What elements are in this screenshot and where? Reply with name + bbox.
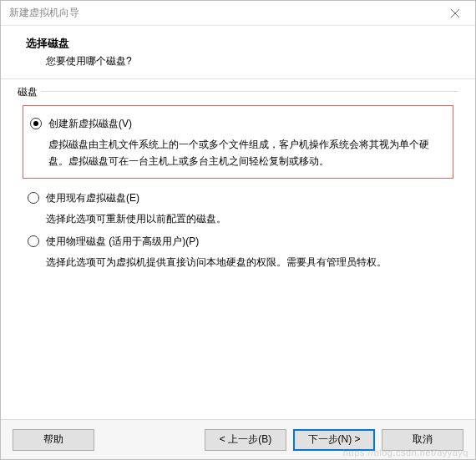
window-title: 新建虚拟机向导 xyxy=(9,6,438,20)
groupbox-legend: 磁盘 xyxy=(18,85,41,99)
option-body: 创建新虚拟磁盘(V) 虚拟磁盘由主机文件系统上的一个或多个文件组成，客户机操作系… xyxy=(48,116,446,169)
option-create-new-disk[interactable]: 创建新虚拟磁盘(V) 虚拟磁盘由主机文件系统上的一个或多个文件组成，客户机操作系… xyxy=(23,105,453,179)
page-title: 选择磁盘 xyxy=(26,36,458,51)
radio-use-physical-disk[interactable] xyxy=(28,235,39,247)
wizard-content: 磁盘 创建新虚拟磁盘(V) 虚拟磁盘由主机文件系统上的一个或多个文件组成，客户机… xyxy=(1,79,475,419)
page-subtitle: 您要使用哪个磁盘? xyxy=(46,54,458,68)
option-desc: 选择此选项可为虚拟机提供直接访问本地硬盘的权限。需要具有管理员特权。 xyxy=(46,254,448,270)
option-body: 使用物理磁盘 (适用于高级用户)(P) 选择此选项可为虚拟机提供直接访问本地硬盘… xyxy=(46,234,448,270)
titlebar: 新建虚拟机向导 xyxy=(1,1,475,26)
option-desc: 虚拟磁盘由主机文件系统上的一个或多个文件组成，客户机操作系统会将其视为单个硬盘。… xyxy=(48,136,446,169)
option-label: 创建新虚拟磁盘(V) xyxy=(48,116,446,131)
option-label: 使用物理磁盘 (适用于高级用户)(P) xyxy=(46,234,448,249)
radio-create-new-disk[interactable] xyxy=(30,118,42,129)
button-bar: 帮助 < 上一步(B) 下一步(N) > 取消 xyxy=(1,419,475,459)
option-use-existing-disk[interactable]: 使用现有虚拟磁盘(E) 选择此选项可重新使用以前配置的磁盘。 xyxy=(23,187,453,229)
radio-use-existing-disk[interactable] xyxy=(28,192,39,204)
option-use-physical-disk[interactable]: 使用物理磁盘 (适用于高级用户)(P) 选择此选项可为虚拟机提供直接访问本地硬盘… xyxy=(23,230,453,272)
back-button[interactable]: < 上一步(B) xyxy=(205,429,286,451)
close-icon xyxy=(451,9,459,18)
option-label: 使用现有虚拟磁盘(E) xyxy=(46,190,448,205)
cancel-button[interactable]: 取消 xyxy=(382,429,463,451)
option-body: 使用现有虚拟磁盘(E) 选择此选项可重新使用以前配置的磁盘。 xyxy=(46,190,448,227)
wizard-header: 选择磁盘 您要使用哪个磁盘? xyxy=(1,26,475,79)
disk-groupbox: 磁盘 创建新虚拟磁盘(V) 虚拟磁盘由主机文件系统上的一个或多个文件组成，客户机… xyxy=(18,91,458,272)
close-button[interactable] xyxy=(438,2,472,25)
help-button[interactable]: 帮助 xyxy=(13,429,94,451)
option-desc: 选择此选项可重新使用以前配置的磁盘。 xyxy=(46,210,448,227)
next-button[interactable]: 下一步(N) > xyxy=(293,429,375,451)
wizard-window: 新建虚拟机向导 选择磁盘 您要使用哪个磁盘? 磁盘 创建新虚拟磁盘(V) 虚拟磁… xyxy=(0,0,476,460)
